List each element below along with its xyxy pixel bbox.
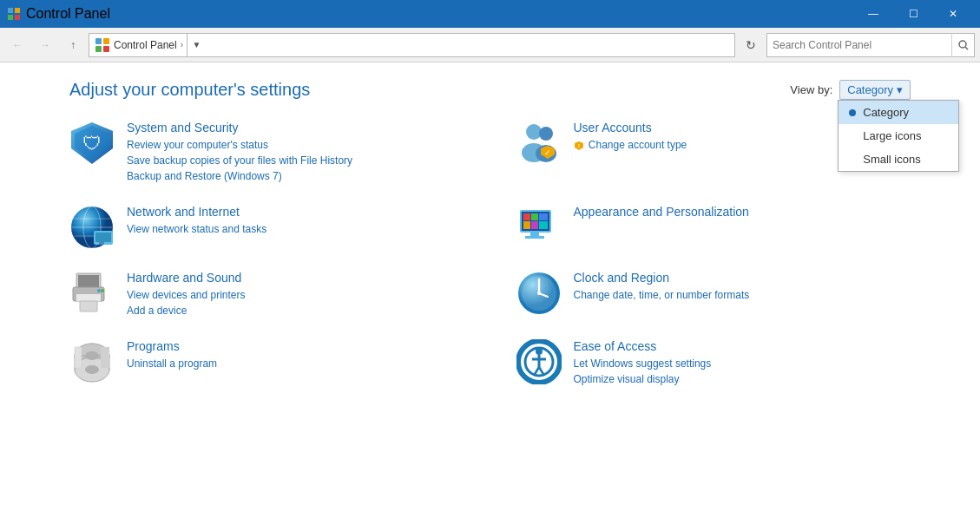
ease-of-access-title[interactable]: Ease of Access (574, 339, 911, 353)
programs-link-1[interactable]: Uninstall a program (127, 356, 464, 371)
forward-button[interactable]: → (33, 33, 57, 57)
network-internet-link-1[interactable]: View network status and tasks (127, 221, 464, 237)
user-accounts-icon: ✓ (516, 121, 562, 166)
printer-icon (69, 272, 115, 315)
svg-rect-4 (95, 38, 102, 44)
svg-rect-37 (530, 233, 539, 236)
system-security-link-1[interactable]: Review your computer's status (127, 137, 464, 153)
svg-rect-35 (531, 221, 538, 229)
category-programs: Programs Uninstall a program (69, 339, 464, 387)
ease-icon (516, 339, 562, 384)
viewby-bar: View by: Category ▾ Category Large icons… (790, 80, 911, 100)
svg-rect-32 (531, 213, 538, 220)
address-dropdown-btn[interactable]: ▼ (187, 33, 206, 57)
network-internet-title[interactable]: Network and Internet (127, 205, 464, 219)
shield-badge-icon: ! (574, 141, 584, 151)
svg-rect-3 (15, 15, 20, 20)
category-ease-of-access: Ease of Access Let Windows suggest setti… (516, 339, 911, 387)
ease-of-access-link-1[interactable]: Let Windows suggest settings (574, 356, 911, 371)
monitor-colorful-icon (516, 205, 562, 250)
svg-point-8 (959, 41, 966, 48)
svg-rect-0 (8, 8, 13, 13)
maximize-button[interactable]: ☐ (893, 0, 933, 28)
svg-rect-28 (99, 242, 104, 245)
ease-of-access-link-2[interactable]: Optimize visual display (574, 371, 911, 387)
svg-rect-38 (525, 236, 544, 239)
viewby-option-category-label: Category (863, 106, 909, 119)
system-security-link-2[interactable]: Save backup copies of your files with Fi… (127, 153, 464, 168)
hardware-sound-link-2[interactable]: Add a device (127, 303, 464, 318)
svg-point-55 (85, 365, 99, 374)
category-appearance: Appearance and Personalization (516, 205, 911, 250)
svg-rect-45 (80, 301, 97, 311)
system-security-link-3[interactable]: Backup and Restore (Windows 7) (127, 168, 464, 184)
svg-point-43 (97, 289, 101, 292)
shield-icon: 🛡 (69, 121, 115, 166)
address-path: Control Panel › ▼ (89, 33, 735, 57)
svg-rect-40 (78, 275, 99, 287)
network-internet-icon (69, 205, 115, 250)
appearance-content: Appearance and Personalization (574, 205, 911, 221)
ease-of-access-content: Ease of Access Let Windows suggest setti… (574, 339, 911, 387)
viewby-option-category[interactable]: Category (839, 101, 958, 124)
users-icon: ✓ (516, 121, 562, 165)
svg-rect-7 (103, 46, 109, 52)
appearance-title[interactable]: Appearance and Personalization (574, 205, 911, 219)
path-chevron: › (181, 40, 183, 49)
hardware-sound-link-1[interactable]: View devices and printers (127, 287, 464, 303)
svg-point-44 (101, 289, 104, 292)
svg-rect-34 (523, 221, 530, 229)
svg-rect-42 (76, 294, 101, 301)
path-cp-icon (95, 37, 110, 53)
viewby-option-small-icons-label: Small icons (863, 153, 920, 166)
titlebar: Control Panel — ☐ ✕ (0, 0, 980, 28)
addressbar: ← → ↑ Control Panel › ▼ ↻ (0, 28, 980, 62)
svg-rect-5 (103, 38, 109, 44)
network-internet-content: Network and Internet View network status… (127, 205, 464, 237)
search-button[interactable] (951, 33, 974, 57)
viewby-option-large-icons[interactable]: Large icons (839, 124, 958, 148)
svg-rect-57 (75, 347, 82, 368)
search-icon (958, 40, 969, 50)
category-clock-region: Clock and Region Change date, time, or n… (516, 271, 911, 318)
svg-rect-1 (15, 8, 20, 13)
main-content: Adjust your computer's settings View by:… (0, 62, 980, 404)
control-panel-icon (7, 7, 21, 21)
viewby-label: View by: (790, 83, 832, 96)
programs-title[interactable]: Programs (127, 339, 464, 353)
hardware-sound-icon (69, 271, 115, 316)
path-label: Control Panel (114, 39, 177, 51)
svg-rect-58 (101, 347, 109, 368)
clock-region-link-1[interactable]: Change date, time, or number formats (574, 287, 911, 303)
svg-line-9 (965, 47, 968, 49)
globe-icon (69, 205, 115, 250)
svg-rect-36 (539, 221, 548, 229)
svg-rect-31 (523, 213, 530, 220)
svg-rect-27 (95, 233, 111, 242)
svg-point-61 (536, 348, 543, 355)
refresh-button[interactable]: ↻ (739, 33, 763, 57)
titlebar-controls: — ☐ ✕ (853, 0, 973, 28)
up-button[interactable]: ↑ (61, 33, 85, 57)
close-button[interactable]: ✕ (933, 0, 973, 28)
viewby-option-small-icons[interactable]: Small icons (839, 148, 958, 171)
svg-text:🛡: 🛡 (82, 133, 102, 154)
disk-icon (69, 340, 115, 384)
programs-content: Programs Uninstall a program (127, 339, 464, 371)
system-security-title[interactable]: System and Security (127, 121, 464, 134)
clock-region-title[interactable]: Clock and Region (574, 271, 911, 285)
search-input[interactable] (767, 34, 951, 56)
programs-icon (69, 339, 115, 384)
clock-region-content: Clock and Region Change date, time, or n… (574, 271, 911, 303)
viewby-dropdown: Category ▾ Category Large icons Small ic… (839, 80, 911, 100)
back-button[interactable]: ← (5, 33, 30, 57)
viewby-arrow: ▾ (897, 83, 903, 96)
svg-text:✓: ✓ (544, 148, 551, 157)
appearance-icon (516, 205, 562, 250)
minimize-button[interactable]: — (853, 0, 893, 28)
hardware-sound-title[interactable]: Hardware and Sound (127, 271, 464, 285)
svg-rect-2 (8, 15, 13, 20)
svg-rect-6 (95, 46, 102, 52)
svg-point-50 (537, 292, 541, 295)
viewby-button[interactable]: Category ▾ (839, 80, 911, 100)
